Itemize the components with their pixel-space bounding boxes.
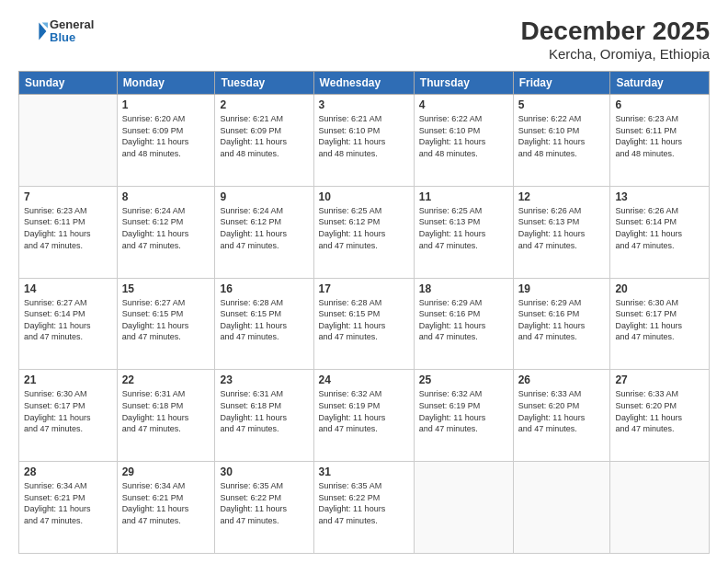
day-number: 8 bbox=[122, 190, 210, 203]
day-number: 7 bbox=[24, 190, 112, 203]
day-info: Sunrise: 6:22 AM Sunset: 6:10 PM Dayligh… bbox=[419, 113, 508, 159]
day-info: Sunrise: 6:33 AM Sunset: 6:20 PM Dayligh… bbox=[518, 388, 606, 434]
day-number: 28 bbox=[24, 465, 112, 478]
calendar-cell: 11Sunrise: 6:25 AM Sunset: 6:13 PM Dayli… bbox=[414, 186, 513, 278]
calendar-cell: 15Sunrise: 6:27 AM Sunset: 6:15 PM Dayli… bbox=[117, 278, 215, 370]
day-info: Sunrise: 6:25 AM Sunset: 6:13 PM Dayligh… bbox=[419, 205, 508, 251]
day-number: 19 bbox=[518, 282, 606, 295]
day-number: 10 bbox=[319, 190, 409, 203]
day-info: Sunrise: 6:32 AM Sunset: 6:19 PM Dayligh… bbox=[319, 388, 409, 434]
day-info: Sunrise: 6:27 AM Sunset: 6:15 PM Dayligh… bbox=[122, 297, 210, 343]
calendar-cell: 30Sunrise: 6:35 AM Sunset: 6:22 PM Dayli… bbox=[215, 462, 313, 554]
day-number: 30 bbox=[220, 465, 308, 478]
day-info: Sunrise: 6:21 AM Sunset: 6:10 PM Dayligh… bbox=[319, 113, 409, 159]
day-number: 11 bbox=[419, 190, 508, 203]
calendar-cell: 8Sunrise: 6:24 AM Sunset: 6:12 PM Daylig… bbox=[117, 186, 215, 278]
day-number: 1 bbox=[122, 98, 210, 111]
calendar-table: SundayMondayTuesdayWednesdayThursdayFrid… bbox=[18, 71, 710, 554]
day-info: Sunrise: 6:24 AM Sunset: 6:12 PM Dayligh… bbox=[220, 205, 308, 251]
day-number: 23 bbox=[220, 373, 308, 386]
calendar-cell: 13Sunrise: 6:26 AM Sunset: 6:14 PM Dayli… bbox=[610, 186, 710, 278]
logo: General Blue bbox=[18, 17, 94, 46]
day-number: 2 bbox=[220, 98, 308, 111]
day-number: 20 bbox=[615, 282, 704, 295]
calendar-week-row: 14Sunrise: 6:27 AM Sunset: 6:14 PM Dayli… bbox=[19, 278, 710, 370]
day-info: Sunrise: 6:27 AM Sunset: 6:14 PM Dayligh… bbox=[24, 297, 112, 343]
logo-icon bbox=[18, 17, 48, 46]
calendar-cell: 26Sunrise: 6:33 AM Sunset: 6:20 PM Dayli… bbox=[513, 370, 610, 462]
day-number: 9 bbox=[220, 190, 308, 203]
calendar-title: December 2025 bbox=[521, 17, 710, 46]
logo-text: General Blue bbox=[50, 18, 94, 45]
day-info: Sunrise: 6:28 AM Sunset: 6:15 PM Dayligh… bbox=[220, 297, 308, 343]
day-number: 6 bbox=[615, 98, 704, 111]
day-number: 26 bbox=[518, 373, 606, 386]
calendar-day-header: Monday bbox=[117, 72, 215, 95]
calendar-week-row: 1Sunrise: 6:20 AM Sunset: 6:09 PM Daylig… bbox=[19, 95, 710, 187]
day-info: Sunrise: 6:32 AM Sunset: 6:19 PM Dayligh… bbox=[419, 388, 508, 434]
calendar-cell: 5Sunrise: 6:22 AM Sunset: 6:10 PM Daylig… bbox=[513, 95, 610, 187]
calendar-day-header: Saturday bbox=[610, 72, 710, 95]
calendar-header-row: SundayMondayTuesdayWednesdayThursdayFrid… bbox=[19, 72, 710, 95]
calendar-day-header: Friday bbox=[513, 72, 610, 95]
day-info: Sunrise: 6:22 AM Sunset: 6:10 PM Dayligh… bbox=[518, 113, 606, 159]
calendar-day-header: Sunday bbox=[19, 72, 118, 95]
day-info: Sunrise: 6:25 AM Sunset: 6:12 PM Dayligh… bbox=[319, 205, 409, 251]
calendar-cell: 4Sunrise: 6:22 AM Sunset: 6:10 PM Daylig… bbox=[414, 95, 513, 187]
calendar-cell bbox=[513, 462, 610, 554]
calendar-cell: 6Sunrise: 6:23 AM Sunset: 6:11 PM Daylig… bbox=[610, 95, 710, 187]
day-number: 29 bbox=[122, 465, 210, 478]
calendar-cell: 18Sunrise: 6:29 AM Sunset: 6:16 PM Dayli… bbox=[414, 278, 513, 370]
day-number: 14 bbox=[24, 282, 112, 295]
day-number: 21 bbox=[24, 373, 112, 386]
day-info: Sunrise: 6:29 AM Sunset: 6:16 PM Dayligh… bbox=[518, 297, 606, 343]
calendar-cell: 31Sunrise: 6:35 AM Sunset: 6:22 PM Dayli… bbox=[313, 462, 414, 554]
calendar-cell bbox=[19, 95, 118, 187]
day-info: Sunrise: 6:30 AM Sunset: 6:17 PM Dayligh… bbox=[615, 297, 704, 343]
day-number: 16 bbox=[220, 282, 308, 295]
calendar-cell: 22Sunrise: 6:31 AM Sunset: 6:18 PM Dayli… bbox=[117, 370, 215, 462]
day-info: Sunrise: 6:33 AM Sunset: 6:20 PM Dayligh… bbox=[615, 388, 704, 434]
day-number: 12 bbox=[518, 190, 606, 203]
day-info: Sunrise: 6:23 AM Sunset: 6:11 PM Dayligh… bbox=[24, 205, 112, 251]
day-info: Sunrise: 6:26 AM Sunset: 6:13 PM Dayligh… bbox=[518, 205, 606, 251]
calendar-cell: 3Sunrise: 6:21 AM Sunset: 6:10 PM Daylig… bbox=[313, 95, 414, 187]
day-info: Sunrise: 6:30 AM Sunset: 6:17 PM Dayligh… bbox=[24, 388, 112, 434]
day-number: 4 bbox=[419, 98, 508, 111]
calendar-cell: 14Sunrise: 6:27 AM Sunset: 6:14 PM Dayli… bbox=[19, 278, 118, 370]
day-info: Sunrise: 6:31 AM Sunset: 6:18 PM Dayligh… bbox=[122, 388, 210, 434]
calendar-cell: 29Sunrise: 6:34 AM Sunset: 6:21 PM Dayli… bbox=[117, 462, 215, 554]
day-number: 25 bbox=[419, 373, 508, 386]
day-info: Sunrise: 6:24 AM Sunset: 6:12 PM Dayligh… bbox=[122, 205, 210, 251]
day-number: 24 bbox=[319, 373, 409, 386]
calendar-cell: 25Sunrise: 6:32 AM Sunset: 6:19 PM Dayli… bbox=[414, 370, 513, 462]
calendar-week-row: 7Sunrise: 6:23 AM Sunset: 6:11 PM Daylig… bbox=[19, 186, 710, 278]
day-number: 18 bbox=[419, 282, 508, 295]
calendar-cell: 16Sunrise: 6:28 AM Sunset: 6:15 PM Dayli… bbox=[215, 278, 313, 370]
day-info: Sunrise: 6:34 AM Sunset: 6:21 PM Dayligh… bbox=[122, 480, 210, 526]
day-info: Sunrise: 6:29 AM Sunset: 6:16 PM Dayligh… bbox=[419, 297, 508, 343]
calendar-cell: 9Sunrise: 6:24 AM Sunset: 6:12 PM Daylig… bbox=[215, 186, 313, 278]
day-number: 3 bbox=[319, 98, 409, 111]
day-number: 5 bbox=[518, 98, 606, 111]
day-number: 15 bbox=[122, 282, 210, 295]
calendar-cell bbox=[414, 462, 513, 554]
calendar-cell: 24Sunrise: 6:32 AM Sunset: 6:19 PM Dayli… bbox=[313, 370, 414, 462]
calendar-subtitle: Kercha, Oromiya, Ethiopia bbox=[521, 46, 710, 62]
calendar-cell: 23Sunrise: 6:31 AM Sunset: 6:18 PM Dayli… bbox=[215, 370, 313, 462]
day-info: Sunrise: 6:31 AM Sunset: 6:18 PM Dayligh… bbox=[220, 388, 308, 434]
calendar-cell: 21Sunrise: 6:30 AM Sunset: 6:17 PM Dayli… bbox=[19, 370, 118, 462]
day-info: Sunrise: 6:28 AM Sunset: 6:15 PM Dayligh… bbox=[319, 297, 409, 343]
day-info: Sunrise: 6:21 AM Sunset: 6:09 PM Dayligh… bbox=[220, 113, 308, 159]
day-info: Sunrise: 6:34 AM Sunset: 6:21 PM Dayligh… bbox=[24, 480, 112, 526]
header: General Blue December 2025 Kercha, Oromi… bbox=[18, 17, 710, 62]
calendar-cell: 27Sunrise: 6:33 AM Sunset: 6:20 PM Dayli… bbox=[610, 370, 710, 462]
calendar-week-row: 21Sunrise: 6:30 AM Sunset: 6:17 PM Dayli… bbox=[19, 370, 710, 462]
calendar-cell: 17Sunrise: 6:28 AM Sunset: 6:15 PM Dayli… bbox=[313, 278, 414, 370]
day-number: 22 bbox=[122, 373, 210, 386]
calendar-cell: 7Sunrise: 6:23 AM Sunset: 6:11 PM Daylig… bbox=[19, 186, 118, 278]
day-number: 17 bbox=[319, 282, 409, 295]
calendar-cell: 19Sunrise: 6:29 AM Sunset: 6:16 PM Dayli… bbox=[513, 278, 610, 370]
day-number: 31 bbox=[319, 465, 409, 478]
calendar-cell: 10Sunrise: 6:25 AM Sunset: 6:12 PM Dayli… bbox=[313, 186, 414, 278]
